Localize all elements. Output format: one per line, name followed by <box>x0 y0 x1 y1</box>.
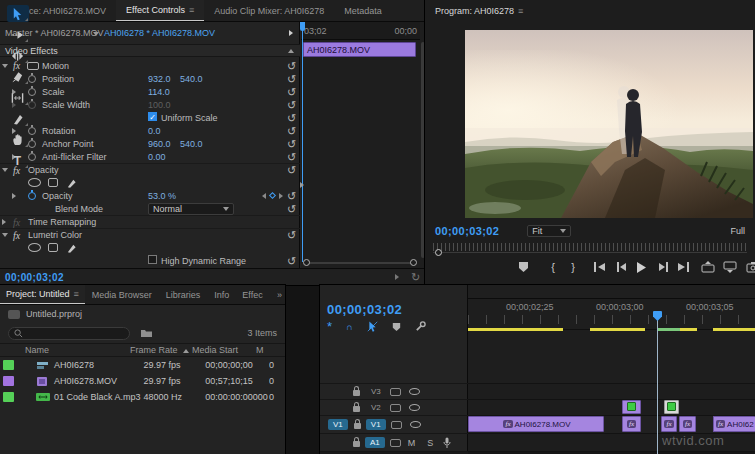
tab-overflow-chevron[interactable]: » <box>274 285 285 305</box>
panel-menu-icon[interactable]: ≡ <box>74 289 79 299</box>
reset-hdr-icon[interactable]: ↺ <box>287 256 296 266</box>
reset-blend-mode-icon[interactable]: ↺ <box>287 204 296 214</box>
marker-icon[interactable] <box>392 322 401 332</box>
track-output-eye-icon[interactable] <box>410 421 421 428</box>
project-row-sequence[interactable]: AH0I6278 29.97 fps 00;00;00;00 0 <box>0 357 285 373</box>
reset-opacity-value-icon[interactable]: ↺ <box>287 191 296 201</box>
loop-icon[interactable]: ↺ <box>411 272 420 282</box>
label-color-chip[interactable] <box>3 360 14 370</box>
ec-playhead-line[interactable] <box>302 22 303 262</box>
sync-lock-icon[interactable] <box>391 421 402 429</box>
ripple-edit-tool[interactable] <box>7 47 29 64</box>
ellipse-mask-icon[interactable] <box>28 178 41 187</box>
panel-menu-icon[interactable]: ≡ <box>189 5 194 15</box>
nest-sequence-icon[interactable]: * <box>327 322 332 331</box>
razor-tool[interactable] <box>7 68 29 85</box>
lumetri-header[interactable]: fx Lumetri Color ↺ <box>0 228 300 241</box>
add-keyframe-icon[interactable] <box>269 192 276 199</box>
track-lane-v3[interactable] <box>468 383 755 399</box>
reset-antiflicker-icon[interactable]: ↺ <box>287 152 296 162</box>
anchor-stopwatch-icon[interactable] <box>28 140 36 148</box>
timeline-timecode[interactable]: 00;00;03;02 <box>327 302 402 317</box>
motion-disclosure-icon[interactable] <box>2 64 8 68</box>
track-lane-v2[interactable] <box>468 399 755 415</box>
ec-mini-ruler[interactable]: 03;02 00;00 <box>301 22 420 40</box>
reset-rotation-icon[interactable]: ↺ <box>287 126 296 136</box>
time-remapping-header[interactable]: fx Time Remapping <box>0 215 300 228</box>
timeline-clip-v2[interactable] <box>622 400 641 414</box>
source-patch-v1[interactable]: V1 <box>328 419 348 430</box>
zoom-handle-left[interactable] <box>303 259 310 266</box>
opacity-stopwatch-icon[interactable] <box>28 192 36 200</box>
anchor-x-value[interactable]: 960.0 <box>148 139 171 149</box>
label-color-chip[interactable] <box>3 376 14 386</box>
position-y-value[interactable]: 540.0 <box>180 74 203 84</box>
lock-icon[interactable] <box>354 423 361 429</box>
collapse-section-icon[interactable] <box>288 49 294 53</box>
selection-tool[interactable] <box>7 5 29 22</box>
time-remapping-disclosure-icon[interactable] <box>2 219 6 225</box>
sequence-clip-label[interactable]: AH0I6278 * AH0I6278.MOV <box>104 28 215 38</box>
linked-selection-icon[interactable] <box>367 321 378 332</box>
lock-icon[interactable] <box>353 390 360 396</box>
tab-program-monitor[interactable]: Program: AH0I6278 ≡ <box>425 0 533 22</box>
program-scrubber[interactable] <box>433 243 747 251</box>
hand-tool[interactable] <box>7 131 29 148</box>
go-to-in-button[interactable] <box>589 258 609 276</box>
blend-mode-select[interactable]: Normal <box>148 203 234 215</box>
track-v2-label[interactable]: V2 <box>366 402 386 413</box>
tab-effect-controls[interactable]: Effect Controls≡ <box>116 0 204 22</box>
project-row-video-clip[interactable]: AH0I6278.MOV 29.97 fps 00;57;10;15 0 <box>0 373 285 389</box>
track-v1-label[interactable]: V1 <box>366 419 386 430</box>
timeline-clip-v1[interactable]: fx <box>679 416 696 432</box>
reset-scale-width-icon[interactable]: ↺ <box>287 100 296 110</box>
rect-mask-icon[interactable] <box>48 243 58 252</box>
play-button[interactable] <box>631 258 651 276</box>
timeline-clip-v1[interactable]: fx <box>622 416 641 432</box>
track-v3-label[interactable]: V3 <box>366 386 386 397</box>
label-color-chip[interactable] <box>3 392 14 402</box>
zoom-handle-right[interactable] <box>410 259 417 266</box>
lock-icon[interactable] <box>353 406 360 412</box>
timeline-clip-v2-adjustment[interactable] <box>664 400 679 414</box>
anchor-y-value[interactable]: 540.0 <box>180 139 203 149</box>
opacity-value-disclosure-icon[interactable] <box>12 193 16 199</box>
pen-mask-icon[interactable] <box>66 178 77 189</box>
lock-icon[interactable] <box>353 441 360 447</box>
lift-button[interactable] <box>698 258 718 276</box>
tab-project[interactable]: Project: Untitled ≡ <box>0 285 85 305</box>
scale-stopwatch-icon[interactable] <box>28 88 36 96</box>
tab-metadata[interactable]: Metadata <box>334 0 392 22</box>
ellipse-mask-icon[interactable] <box>28 243 41 252</box>
reset-uniform-scale-icon[interactable]: ↺ <box>287 113 296 123</box>
panel-menu-icon[interactable]: ≡ <box>518 6 523 16</box>
extract-button[interactable] <box>720 258 740 276</box>
next-keyframe-icon[interactable] <box>279 193 283 199</box>
expand-right-icon[interactable] <box>289 30 293 36</box>
timeline-clip-v1-right[interactable]: fx AH0I62 <box>713 416 755 432</box>
lumetri-disclosure-icon[interactable] <box>2 233 8 237</box>
ec-playhead-handle[interactable] <box>300 22 305 31</box>
play-audio-icon[interactable] <box>395 274 399 280</box>
antiflicker-value[interactable]: 0.00 <box>148 152 166 162</box>
track-a1-label[interactable]: A1 <box>365 437 385 448</box>
slip-tool[interactable] <box>7 89 29 106</box>
pen-tool[interactable] <box>7 110 29 127</box>
playback-resolution-select[interactable]: Full <box>730 226 745 236</box>
position-stopwatch-icon[interactable] <box>28 75 36 83</box>
track-output-eye-icon[interactable] <box>409 388 420 395</box>
column-frame-rate[interactable]: Frame Rate <box>130 345 192 355</box>
zoom-level-select[interactable]: Fit <box>527 225 571 237</box>
tab-info[interactable]: Info <box>207 285 236 305</box>
motion-effect-header[interactable]: fx Motion ↺ <box>0 59 300 72</box>
program-video-viewer[interactable] <box>465 30 753 218</box>
new-bin-icon[interactable] <box>140 328 153 338</box>
mute-button[interactable]: M <box>408 438 416 448</box>
rect-mask-icon[interactable] <box>48 178 58 187</box>
sync-lock-icon[interactable] <box>390 439 401 447</box>
program-playhead[interactable] <box>435 249 442 256</box>
sync-lock-icon[interactable] <box>390 404 401 412</box>
reset-position-icon[interactable]: ↺ <box>287 74 296 84</box>
add-marker-button[interactable] <box>513 258 533 276</box>
splitter-arrow-icon[interactable] <box>300 182 304 188</box>
